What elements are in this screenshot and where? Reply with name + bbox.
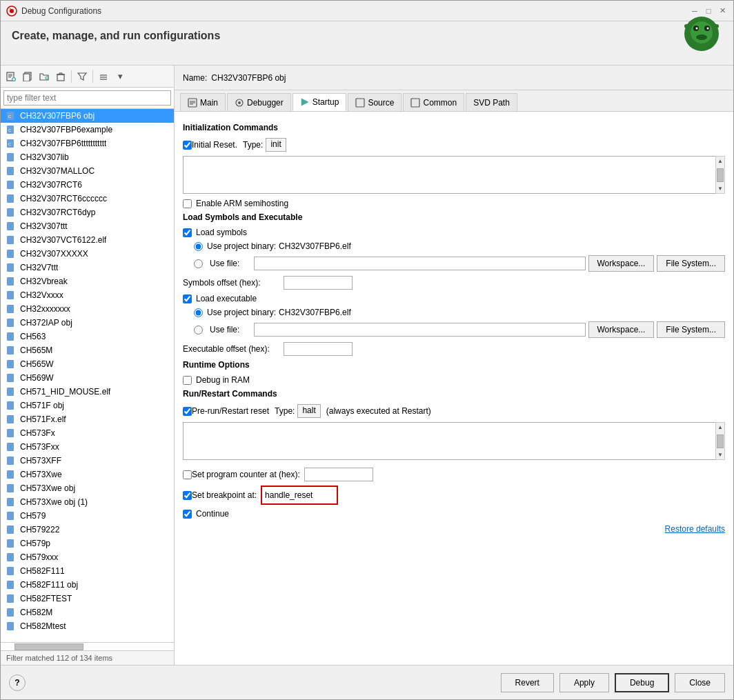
- continue-checkbox[interactable]: [183, 510, 192, 519]
- list-item[interactable]: C CH32V307FBP6example: [1, 123, 174, 137]
- list-item[interactable]: CH579xxx: [1, 550, 174, 564]
- apply-button[interactable]: Apply: [559, 673, 609, 692]
- list-item[interactable]: CH32V307XXXXX: [1, 247, 174, 261]
- list-item[interactable]: CH579222: [1, 523, 174, 537]
- list-item[interactable]: CH32Vbreak: [1, 274, 174, 288]
- list-item[interactable]: CH573Fxx: [1, 440, 174, 454]
- set-pc-checkbox[interactable]: [183, 470, 192, 479]
- run-scroll-up-arrow[interactable]: ▲: [717, 424, 723, 430]
- init-commands-section: ▲ ▼: [183, 156, 725, 199]
- list-item[interactable]: CH571_HID_MOUSE.elf: [1, 385, 174, 399]
- use-file-exec-input[interactable]: [254, 323, 586, 337]
- list-item[interactable]: CH582F111: [1, 564, 174, 578]
- list-item[interactable]: CH569W: [1, 371, 174, 385]
- list-item[interactable]: CH573Xwe obj (1): [1, 495, 174, 509]
- list-item[interactable]: CH565W: [1, 357, 174, 371]
- initial-reset-checkbox[interactable]: [183, 141, 192, 150]
- workspace-exec-button[interactable]: Workspace...: [588, 321, 655, 338]
- breakpoint-input[interactable]: [265, 488, 334, 502]
- load-executable-checkbox[interactable]: [183, 294, 192, 303]
- list-item[interactable]: CH582F111 obj: [1, 578, 174, 592]
- tab-main[interactable]: Main: [180, 93, 226, 111]
- scroll-thumb[interactable]: [717, 168, 724, 182]
- new-config-button[interactable]: [3, 69, 19, 84]
- run-scroll-down-arrow[interactable]: ▼: [717, 452, 723, 458]
- init-textarea-scrollbar[interactable]: ▲ ▼: [715, 156, 725, 194]
- tab-svd-path[interactable]: SVD Path: [466, 93, 517, 111]
- list-item[interactable]: CH571Fx.elf: [1, 412, 174, 426]
- copy-config-button[interactable]: [20, 69, 35, 84]
- init-commands-textarea[interactable]: [183, 156, 725, 194]
- config-icon: [6, 510, 17, 521]
- scroll-up-arrow[interactable]: ▲: [717, 158, 723, 164]
- new-folder-button[interactable]: [37, 69, 52, 84]
- filesystem-exec-button[interactable]: File System...: [657, 321, 725, 338]
- svg-rect-22: [23, 74, 30, 81]
- list-item[interactable]: CH32V307VCT6122.elf: [1, 233, 174, 247]
- workspace-symbols-button[interactable]: Workspace...: [588, 255, 655, 272]
- list-item[interactable]: CH32V307RCT6: [1, 178, 174, 192]
- load-symbols-checkbox[interactable]: [183, 228, 192, 237]
- list-item[interactable]: CH32xxxxxxx: [1, 302, 174, 316]
- list-item[interactable]: CH32V307MALLOC: [1, 164, 174, 178]
- executable-offset-input[interactable]: [284, 342, 353, 356]
- revert-button[interactable]: Revert: [501, 673, 554, 692]
- horiz-scroll-thumb[interactable]: [14, 643, 83, 650]
- config-icon: [6, 193, 17, 204]
- list-item[interactable]: CH32V307RCT6dyp: [1, 206, 174, 219]
- list-item[interactable]: CH582M: [1, 606, 174, 619]
- list-item[interactable]: CH571F obj: [1, 399, 174, 412]
- list-item[interactable]: CH582FTEST: [1, 592, 174, 606]
- set-pc-input[interactable]: [304, 468, 373, 481]
- list-item[interactable]: CH573Fx: [1, 426, 174, 440]
- run-commands-textarea[interactable]: [183, 422, 725, 460]
- tab-debugger[interactable]: Debugger: [227, 93, 291, 111]
- run-scroll-thumb[interactable]: [717, 434, 724, 448]
- list-item[interactable]: CH573Xwe: [1, 468, 174, 481]
- filter-input[interactable]: [3, 90, 171, 106]
- list-item[interactable]: CH32V7ttt: [1, 261, 174, 274]
- list-item[interactable]: CH32V307lib: [1, 150, 174, 164]
- list-item[interactable]: CH579: [1, 509, 174, 523]
- list-item[interactable]: CH32Vxxxx: [1, 288, 174, 302]
- list-item[interactable]: C CH32V307FBP6ttttttttttt: [1, 137, 174, 150]
- use-project-binary-exec-radio[interactable]: [194, 308, 203, 317]
- use-file-symbols-radio[interactable]: [194, 259, 203, 268]
- list-item[interactable]: CH565M: [1, 343, 174, 357]
- svg-rect-48: [7, 250, 14, 258]
- debug-button[interactable]: Debug: [615, 673, 669, 692]
- tab-source[interactable]: Source: [348, 93, 401, 111]
- list-item[interactable]: C CH32V307FBP6 obj: [1, 109, 174, 123]
- list-item-label: CH32V307FBP6ttttttttttt: [20, 139, 106, 148]
- collapse-button[interactable]: [96, 69, 111, 84]
- arm-semihosting-checkbox[interactable]: [183, 199, 192, 208]
- list-item[interactable]: CH573XFF: [1, 454, 174, 468]
- use-project-binary-symbols-radio[interactable]: [194, 242, 203, 251]
- more-button[interactable]: ▾: [112, 69, 128, 84]
- help-button[interactable]: ?: [9, 674, 26, 691]
- run-textarea-scrollbar[interactable]: ▲ ▼: [715, 422, 725, 460]
- list-item[interactable]: CH563: [1, 330, 174, 343]
- scroll-down-arrow[interactable]: ▼: [717, 186, 723, 192]
- list-horizontal-scrollbar[interactable]: [1, 642, 174, 650]
- list-item[interactable]: CH32V307RCT6cccccc: [1, 192, 174, 206]
- tab-common[interactable]: Common: [403, 93, 464, 111]
- restore-defaults-link[interactable]: Restore defaults: [665, 524, 725, 534]
- list-item[interactable]: CH579p: [1, 537, 174, 550]
- use-file-exec-radio[interactable]: [194, 326, 203, 334]
- list-item[interactable]: CH372IAP obj: [1, 316, 174, 330]
- symbols-offset-input[interactable]: [284, 276, 353, 290]
- debug-in-ram-checkbox[interactable]: [183, 376, 192, 385]
- pre-run-restart-checkbox[interactable]: [183, 407, 192, 416]
- close-button-bottom[interactable]: Close: [675, 673, 725, 692]
- initial-reset-label: Initial Reset.: [192, 140, 237, 150]
- use-file-symbols-input[interactable]: [254, 257, 586, 270]
- filesystem-symbols-button[interactable]: File System...: [657, 255, 725, 272]
- delete-config-button[interactable]: [53, 69, 68, 84]
- set-breakpoint-checkbox[interactable]: [183, 491, 192, 500]
- list-item[interactable]: CH32V307ttt: [1, 219, 174, 233]
- tab-startup[interactable]: Startup: [292, 93, 347, 111]
- list-item[interactable]: CH582Mtest: [1, 619, 174, 633]
- list-item[interactable]: CH573Xwe obj: [1, 481, 174, 495]
- filter-button[interactable]: [75, 69, 90, 84]
